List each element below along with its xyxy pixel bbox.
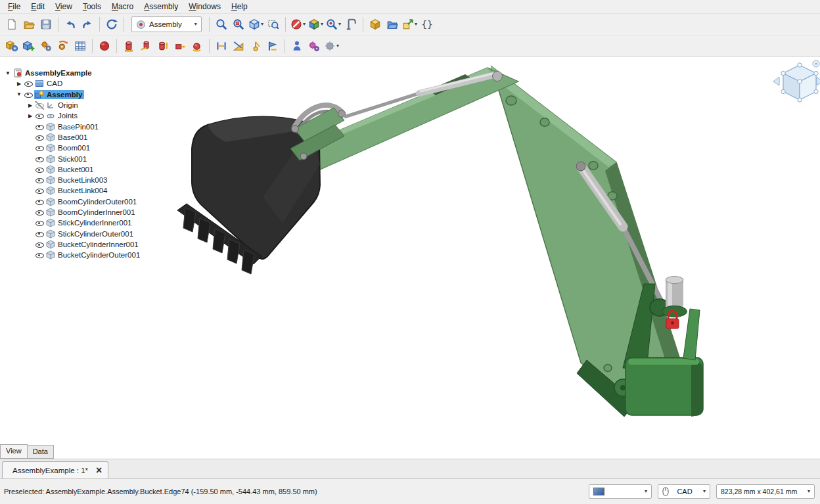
tab-view[interactable]: View bbox=[0, 444, 28, 459]
navigation-cube[interactable] bbox=[773, 60, 820, 102]
tree-expanded-arrow-icon[interactable]: ▼ bbox=[3, 70, 12, 76]
menu-windows[interactable]: Windows bbox=[183, 1, 226, 12]
visibility-eye-icon[interactable] bbox=[35, 112, 44, 120]
menu-file[interactable]: File bbox=[3, 1, 26, 12]
visibility-eye-icon[interactable] bbox=[35, 251, 44, 260]
constraint-distance-button[interactable] bbox=[213, 37, 230, 55]
workbench-selector[interactable]: Assembly ▾ bbox=[131, 16, 202, 32]
fit-all-button[interactable] bbox=[213, 16, 230, 33]
joint-revolute-button[interactable] bbox=[137, 37, 154, 55]
redo-button[interactable] bbox=[79, 16, 96, 33]
tree-item-Assembly[interactable]: ▼Assembly bbox=[0, 89, 158, 100]
joint-cylindrical-button[interactable] bbox=[154, 37, 171, 55]
visibility-eye-icon[interactable] bbox=[35, 187, 44, 195]
tree-item-StickCylinderInner001[interactable]: StickCylinderInner001 bbox=[0, 218, 158, 228]
visibility-eye-icon[interactable] bbox=[35, 240, 44, 248]
solve-assembly-button[interactable] bbox=[37, 37, 55, 55]
open-document-button[interactable] bbox=[20, 16, 37, 33]
tree-item-Origin[interactable]: ▶Origin bbox=[0, 100, 158, 110]
undo-button[interactable] bbox=[62, 16, 79, 33]
view-isometric-button[interactable]: ▾ bbox=[247, 16, 265, 33]
tree-item-BucketCylinderInner001[interactable]: BucketCylinderInner001 bbox=[0, 239, 158, 250]
zoom-tools-button[interactable]: ▾ bbox=[325, 16, 342, 33]
visibility-eye-icon[interactable] bbox=[35, 197, 44, 206]
joint-fixed-button[interactable] bbox=[120, 37, 137, 55]
menu-help[interactable]: Help bbox=[226, 1, 253, 12]
tree-item-Stick001[interactable]: Stick001 bbox=[0, 153, 158, 164]
joint-slider-button[interactable] bbox=[171, 37, 189, 55]
create-assembly-button[interactable] bbox=[3, 37, 20, 55]
tree-item-content: BasePin001 bbox=[45, 122, 101, 131]
refresh-button[interactable] bbox=[103, 16, 120, 33]
make-link-button[interactable]: ▾ bbox=[401, 16, 419, 33]
navigation-style-selector[interactable]: CAD ▾ bbox=[658, 484, 710, 499]
flexible-assembly-button[interactable] bbox=[55, 37, 72, 55]
create-group-button[interactable] bbox=[384, 16, 401, 33]
menu-view[interactable]: View bbox=[50, 1, 78, 12]
open-document-icon bbox=[23, 18, 35, 30]
tree-collapsed-arrow-icon[interactable]: ▶ bbox=[26, 103, 35, 108]
menu-edit[interactable]: Edit bbox=[26, 1, 50, 12]
tree-item-BoomCylinderInner001[interactable]: BoomCylinderInner001 bbox=[0, 207, 158, 218]
tree-item-Base001[interactable]: Base001 bbox=[0, 132, 158, 143]
bucket[interactable] bbox=[177, 117, 320, 274]
insert-component-button[interactable] bbox=[20, 37, 37, 55]
visibility-eye-icon[interactable] bbox=[35, 176, 44, 185]
visibility-eye-icon[interactable] bbox=[35, 165, 44, 173]
bom-table-button[interactable] bbox=[72, 37, 89, 55]
boom-top-pin[interactable] bbox=[493, 72, 503, 81]
menu-tools[interactable]: Tools bbox=[78, 1, 106, 12]
appearance-cube-button[interactable]: ▾ bbox=[307, 16, 325, 33]
tree-expanded-arrow-icon[interactable]: ▼ bbox=[14, 91, 24, 97]
render-style-selector[interactable]: ▾ bbox=[589, 484, 652, 499]
visibility-eye-icon[interactable] bbox=[24, 90, 33, 99]
tree-collapsed-arrow-icon[interactable]: ▶ bbox=[14, 81, 24, 87]
close-tab-icon[interactable]: × bbox=[96, 465, 102, 476]
tree-item-BoomCylinderOuter001[interactable]: BoomCylinderOuter001 bbox=[0, 196, 158, 207]
simulation-button[interactable] bbox=[306, 37, 323, 55]
create-part-button[interactable] bbox=[367, 16, 384, 33]
fit-selection-button[interactable] bbox=[230, 16, 247, 33]
tree-item-BasePin001[interactable]: BasePin001 bbox=[0, 121, 158, 131]
menu-assembly[interactable]: Assembly bbox=[139, 1, 183, 12]
menu-macro[interactable]: Macro bbox=[106, 1, 139, 12]
joint-ball-button[interactable] bbox=[189, 37, 206, 55]
visibility-eye-icon[interactable] bbox=[35, 133, 44, 141]
new-document-button[interactable] bbox=[3, 16, 20, 33]
view-zoom-box-button[interactable] bbox=[265, 16, 282, 33]
tree-item-BucketCylinderOuter001[interactable]: BucketCylinderOuter001 bbox=[0, 250, 158, 260]
tree-item-CAD[interactable]: ▶CAD bbox=[0, 78, 158, 89]
viewport-size-selector[interactable]: 823,28 mm x 402,61 mm ▾ bbox=[716, 484, 815, 499]
constraint-parallel-button[interactable] bbox=[230, 37, 247, 55]
measure-button[interactable] bbox=[342, 16, 359, 33]
visibility-eye-icon[interactable] bbox=[35, 144, 44, 152]
constraint-angle-button[interactable] bbox=[247, 37, 264, 55]
visibility-eye-icon[interactable] bbox=[35, 219, 44, 227]
visibility-eye-icon[interactable] bbox=[35, 122, 44, 131]
draw-style-button[interactable]: ▾ bbox=[289, 16, 307, 33]
tree-item-Boom001[interactable]: Boom001 bbox=[0, 143, 158, 153]
tree-collapsed-arrow-icon[interactable]: ▶ bbox=[26, 113, 35, 119]
tree-item-Bucket001[interactable]: Bucket001 bbox=[0, 164, 158, 175]
tree-item-AssemblyExample[interactable]: ▼AssemblyExample bbox=[0, 68, 158, 78]
visibility-off-eye-icon[interactable] bbox=[35, 101, 44, 110]
visibility-eye-icon[interactable] bbox=[24, 80, 33, 88]
visibility-eye-icon[interactable] bbox=[35, 229, 44, 238]
tree-item-BucketLink004[interactable]: BucketLink004 bbox=[0, 185, 158, 196]
tree-item-Joints[interactable]: ▶Joints bbox=[0, 110, 158, 121]
document-tab[interactable]: AssemblyExample : 1* × bbox=[2, 461, 108, 478]
make-link-icon bbox=[402, 18, 414, 30]
tree-item-BucketLink003[interactable]: BucketLink003 bbox=[0, 175, 158, 185]
assembly-options-button[interactable]: ▾ bbox=[323, 37, 340, 55]
exploded-view-button[interactable] bbox=[288, 37, 306, 55]
constraint-limits-button[interactable] bbox=[264, 37, 281, 55]
visibility-eye-icon[interactable] bbox=[35, 154, 44, 163]
save-document-button[interactable] bbox=[37, 16, 55, 33]
toggle-grounded-button[interactable] bbox=[96, 37, 113, 55]
visibility-eye-icon[interactable] bbox=[35, 208, 44, 217]
tab-data[interactable]: Data bbox=[28, 445, 54, 459]
expression-editor-button[interactable] bbox=[419, 16, 436, 33]
fit-all-icon bbox=[216, 18, 227, 30]
tree-item-StickCylinderOuter001[interactable]: StickCylinderOuter001 bbox=[0, 228, 158, 239]
toolbar-separator bbox=[209, 39, 210, 53]
